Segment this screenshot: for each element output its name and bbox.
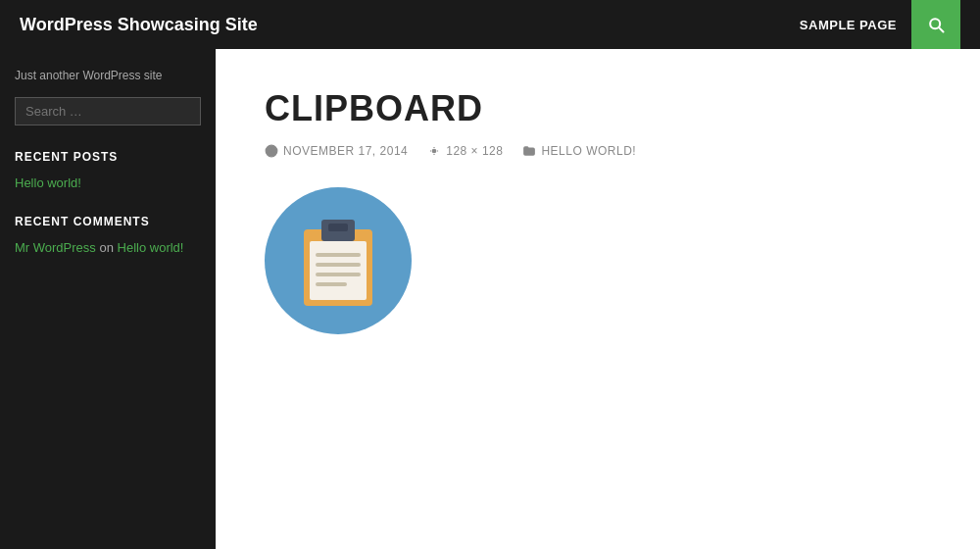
meta-category-link[interactable]: HELLO WORLD! [541,144,636,158]
comment-line: Mr WordPress on Hello world! [15,240,201,255]
sidebar: Just another WordPress site RECENT POSTS… [0,49,216,549]
svg-rect-8 [316,273,361,276]
comment-author-link[interactable]: Mr WordPress [15,240,96,255]
svg-rect-5 [310,241,367,300]
dimensions-icon [427,144,441,158]
clipboard-circle [265,187,412,334]
svg-rect-6 [316,253,361,257]
meta-date: NOVEMBER 17, 2014 [265,144,408,158]
recent-comments-title: RECENT COMMENTS [15,215,201,228]
clock-icon [265,144,278,158]
recent-comments-section: RECENT COMMENTS Mr WordPress on Hello wo… [15,215,201,255]
svg-rect-9 [316,282,347,286]
comment-on-text: on [99,240,117,255]
comment-post-link[interactable]: Hello world! [118,240,184,255]
header-nav: SAMPLE PAGE [785,0,960,49]
recent-posts-section: RECENT POSTS Hello world! [15,150,201,190]
search-icon [926,15,946,34]
svg-rect-4 [328,224,348,231]
meta-category: HELLO WORLD! [522,144,636,158]
svg-rect-7 [316,263,361,267]
folder-icon [522,144,536,158]
sidebar-tagline: Just another WordPress site [15,69,201,82]
sidebar-search-wrap [15,97,201,125]
clipboard-svg [294,212,382,310]
clipboard-illustration [265,187,931,334]
svg-point-1 [432,149,436,153]
layout: Just another WordPress site RECENT POSTS… [0,49,980,549]
header-search-button[interactable] [911,0,960,49]
post-meta: NOVEMBER 17, 2014 128 × 128 HELLO WORLD! [265,144,931,158]
search-input[interactable] [15,97,201,125]
recent-post-hello-world[interactable]: Hello world! [15,175,201,190]
site-header: WordPress Showcasing Site SAMPLE PAGE [0,0,980,49]
nav-sample-page[interactable]: SAMPLE PAGE [785,18,911,32]
main-content: CLIPBOARD NOVEMBER 17, 2014 128 × 128 HE… [216,49,980,549]
meta-dimensions: 128 × 128 [427,144,503,158]
post-title: CLIPBOARD [265,88,931,129]
site-title: WordPress Showcasing Site [20,15,258,35]
recent-posts-title: RECENT POSTS [15,150,201,164]
